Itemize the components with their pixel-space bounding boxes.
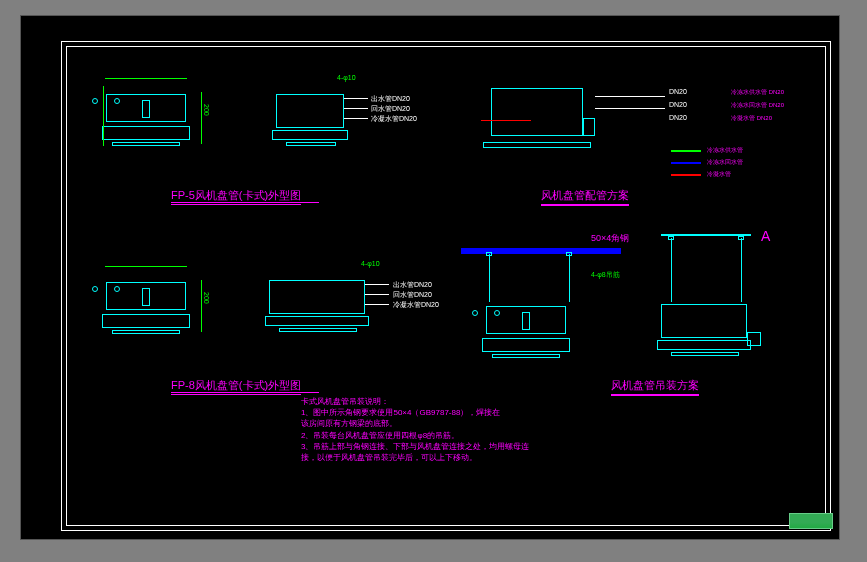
hanging-title: 风机盘管吊装方案 xyxy=(611,378,699,396)
piping-title: 风机盘管配管方案 xyxy=(541,188,629,206)
dim-ext xyxy=(103,86,104,146)
nut xyxy=(668,236,674,240)
dim-line xyxy=(105,78,187,79)
nut xyxy=(486,252,492,256)
stub xyxy=(344,118,368,119)
stub xyxy=(344,98,368,99)
legend-cond: 冷凝水管 xyxy=(671,170,731,179)
legend-supply: 冷冻水供水管 xyxy=(671,146,743,155)
notes-l3b: 接，以便于风机盘管吊装完毕后，可以上下移动。 xyxy=(301,452,529,463)
pipe-supply xyxy=(595,96,665,97)
install-notes: 卡式风机盘管吊装说明： 1、图中所示角钢要求使用50×4（GB9787-88），… xyxy=(301,396,529,463)
nut xyxy=(566,252,572,256)
pipe-out-label: 出水管DN20 xyxy=(371,94,410,104)
ucs-icon xyxy=(789,513,833,533)
hanger-rod xyxy=(569,254,570,302)
hanger-rod-r xyxy=(671,238,672,302)
piping-conn xyxy=(583,118,595,136)
notes-l3: 3、吊筋上部与角钢连接、下部与风机盘管连接之处，均用螺母连 xyxy=(301,441,529,452)
conn-box xyxy=(747,332,761,346)
angle-steel-1 xyxy=(461,248,621,254)
holes-label-2: 4-φ10 xyxy=(361,260,380,267)
piping-base xyxy=(483,142,591,148)
dim-ext xyxy=(201,92,202,144)
pipe-return xyxy=(595,108,665,109)
piping-unit xyxy=(491,88,583,136)
title-underline xyxy=(171,202,319,203)
dim-ext xyxy=(201,280,202,332)
pipe-out-label-2: 出水管DN20 xyxy=(393,280,432,290)
pipe-in-label-2: 回水管DN20 xyxy=(393,290,432,300)
hanger-rod-r xyxy=(741,238,742,302)
notes-head: 卡式风机盘管吊装说明： xyxy=(301,396,529,407)
pipe-in-label: 回水管DN20 xyxy=(371,104,410,114)
holes-label: 4-φ10 xyxy=(337,74,356,81)
pipe-cond-label: 冷凝水管DN20 xyxy=(371,114,417,124)
pipe-cond-label-2: 冷凝水管DN20 xyxy=(393,300,439,310)
legend-return: 冷冻水回水管 xyxy=(671,158,743,167)
hanger-rod xyxy=(489,254,490,302)
notes-l1: 1、图中所示角钢要求使用50×4（GB9787-88），焊接在 xyxy=(301,407,529,418)
ceiling-line xyxy=(661,234,751,236)
nut xyxy=(738,236,744,240)
far-legend-1: 冷冻水供水管 DN20 xyxy=(731,88,784,97)
legend-dn2: DN20 xyxy=(669,101,687,108)
angle-label: 50×4角钢 xyxy=(591,232,629,245)
stub xyxy=(365,294,389,295)
notes-l2: 2、吊装每台风机盘管应使用四根φ8的吊筋。 xyxy=(301,430,529,441)
title-underline-2 xyxy=(171,392,319,393)
detail-callout: A xyxy=(761,228,770,244)
dim-line xyxy=(105,266,187,267)
stub xyxy=(365,284,389,285)
stub xyxy=(365,304,389,305)
notes-l1b: 该房间原有方钢梁的底部。 xyxy=(301,418,529,429)
pipe-drain xyxy=(481,120,531,121)
dim-v: 200 xyxy=(203,292,210,304)
legend-dn1: DN20 xyxy=(669,88,687,95)
legend-dn3: DN20 xyxy=(669,114,687,121)
stub xyxy=(344,108,368,109)
hanger-label: 4-φ8吊筋 xyxy=(591,270,620,280)
dim-v: 200 xyxy=(203,104,210,116)
far-legend-3: 冷凝水管 DN20 xyxy=(731,114,772,123)
far-legend-2: 冷冻水回水管 DN20 xyxy=(731,101,784,110)
